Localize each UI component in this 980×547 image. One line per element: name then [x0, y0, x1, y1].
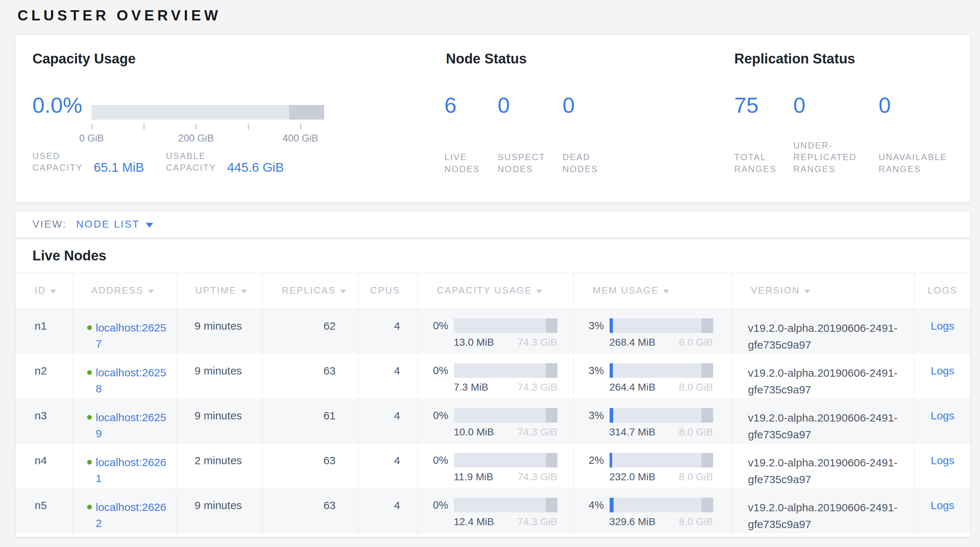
- table-row: n1 localhost:26257 9 minutes 62 4 0% 13.…: [16, 309, 970, 354]
- cluster-summary-card: Capacity Usage 0.0% 0 GiB 200 GiB 400 Gi…: [15, 35, 970, 202]
- capacity-used-value: 13.0 MiB: [454, 337, 495, 348]
- view-label: VIEW:: [32, 218, 67, 230]
- mem-usage-bar: [609, 318, 713, 333]
- axis-tick: [92, 124, 92, 129]
- capacity-used-value: 11.9 MiB: [454, 471, 493, 483]
- capacity-bar-reserved-segment: [289, 105, 324, 119]
- table-body: n1 localhost:26257 9 minutes 62 4 0% 13.…: [16, 309, 970, 537]
- capacity-bar-reserved-segment: [546, 318, 557, 333]
- capacity-max-value: 74.3 GiB: [518, 471, 557, 483]
- column-header-version[interactable]: VERSION: [732, 272, 914, 309]
- table-row: n3 localhost:26259 9 minutes 61 4 0% 10.…: [16, 399, 970, 444]
- column-header-id[interactable]: ID: [16, 272, 72, 309]
- logs-link[interactable]: Logs: [931, 454, 955, 466]
- node-id: n1: [16, 309, 72, 354]
- mem-max-value: 8.0 GiB: [679, 516, 713, 528]
- logs-link[interactable]: Logs: [931, 410, 955, 421]
- mem-usage-fill: [609, 498, 614, 512]
- replication-status-title: Replication Status: [734, 51, 855, 67]
- capacity-usage-bar: [454, 453, 557, 467]
- capacity-usage-percent: 0%: [418, 498, 454, 528]
- capacity-used-value: 12.4 MiB: [454, 516, 495, 528]
- logs-link[interactable]: Logs: [931, 320, 955, 332]
- column-header-capacity-usage[interactable]: CAPACITY USAGE: [418, 272, 573, 309]
- live-status-dot-icon: [87, 505, 92, 509]
- node-address-link[interactable]: localhost:26262: [96, 499, 171, 531]
- node-cpus: 4: [358, 444, 418, 488]
- node-cpus: 4: [358, 354, 418, 399]
- mem-usage-meter: 4% 329.6 MiB 8.0 GiB: [574, 498, 732, 528]
- column-header-mem-usage[interactable]: MEM USAGE: [573, 272, 732, 309]
- total-ranges-label: TOTAL RANGES: [734, 151, 775, 175]
- node-cpus: 4: [358, 309, 418, 354]
- logs-link[interactable]: Logs: [931, 499, 955, 511]
- unavailable-ranges-label: UNAVAILABLE RANGES: [879, 151, 953, 175]
- mem-usage-meter: 3% 264.4 MiB 8.0 GiB: [574, 363, 732, 393]
- mem-bar-reserved-segment: [702, 363, 713, 378]
- table-row: n2 localhost:26258 9 minutes 63 4 0% 7.3…: [16, 354, 970, 399]
- live-nodes-title: Live Nodes: [16, 239, 970, 272]
- node-address-link[interactable]: localhost:26259: [96, 410, 171, 442]
- mem-used-value: 268.4 MiB: [609, 337, 655, 348]
- chevron-down-icon: [146, 223, 153, 227]
- capacity-bar-reserved-segment: [546, 453, 557, 467]
- node-address-link[interactable]: localhost:26258: [96, 365, 171, 397]
- live-nodes-stat: 6 LIVE NODES: [444, 93, 479, 175]
- mem-max-value: 8.0 GiB: [679, 382, 713, 393]
- node-uptime: 9 minutes: [176, 399, 262, 444]
- axis-tick-label: 200 GiB: [178, 133, 214, 144]
- node-uptime: 9 minutes: [176, 354, 262, 399]
- mem-max-value: 8.0 GiB: [679, 471, 713, 483]
- unavailable-ranges-stat: 0 UNAVAILABLE RANGES: [879, 93, 953, 175]
- mem-max-value: 8.0 GiB: [679, 426, 713, 438]
- column-header-address[interactable]: ADDRESS: [72, 272, 176, 309]
- mem-bar-reserved-segment: [702, 498, 713, 512]
- capacity-usage-meter: 0% 13.0 MiB 74.3 GiB: [418, 318, 573, 348]
- node-address-link[interactable]: localhost:26261: [96, 454, 171, 487]
- node-version: v19.2.0-alpha.20190606-2491-gfe735c9a97: [732, 354, 914, 399]
- under-replicated-ranges-label: UNDER-REPLICATED RANGES: [793, 140, 861, 175]
- live-nodes-card: Live Nodes ID ADDRESS UPTIME REPLICAS CP…: [15, 239, 970, 537]
- suspect-nodes-stat: 0 SUSPECT NODES: [498, 93, 544, 175]
- mem-usage-percent: 2%: [574, 453, 609, 483]
- capacity-bar: [92, 105, 324, 119]
- node-status-title: Node Status: [446, 51, 527, 67]
- capacity-usage-bar: [454, 318, 557, 333]
- capacity-usage-meter: 0% 7.3 MiB 74.3 GiB: [418, 363, 573, 393]
- view-bar: VIEW: NODE LIST: [15, 211, 970, 238]
- capacity-max-value: 74.3 GiB: [518, 337, 557, 348]
- column-header-uptime[interactable]: UPTIME: [176, 272, 262, 309]
- mem-usage-bar: [609, 453, 713, 467]
- mem-usage-percent: 3%: [574, 363, 609, 393]
- sort-descending-icon: [536, 289, 542, 294]
- mem-max-value: 8.0 GiB: [679, 337, 713, 348]
- sort-descending-icon: [340, 289, 346, 294]
- node-address-link[interactable]: localhost:26257: [96, 320, 171, 352]
- column-header-replicas[interactable]: REPLICAS: [262, 272, 358, 309]
- node-cpus: 4: [358, 488, 418, 533]
- live-nodes-table: ID ADDRESS UPTIME REPLICAS CPUS CAPACITY…: [16, 272, 970, 537]
- dead-nodes-label: DEAD NODES: [563, 151, 605, 175]
- live-status-dot-icon: [87, 415, 92, 420]
- unavailable-ranges-value: 0: [879, 93, 953, 118]
- mem-used-value: 232.0 MiB: [609, 471, 655, 483]
- live-status-dot-icon: [87, 325, 92, 330]
- axis-tick-label: 400 GiB: [283, 133, 318, 144]
- sort-descending-icon: [241, 289, 247, 294]
- mem-usage-meter: 3% 268.4 MiB 8.0 GiB: [574, 318, 732, 348]
- node-uptime: 9 minutes: [176, 309, 262, 354]
- axis-tick-label: 0 GiB: [79, 133, 104, 144]
- table-row: n5 localhost:26262 9 minutes 63 4 0% 12.…: [16, 488, 970, 533]
- capacity-usage-percent: 0%: [418, 408, 454, 438]
- column-header-logs: LOGS: [914, 272, 970, 309]
- total-ranges-stat: 75 TOTAL RANGES: [734, 93, 775, 175]
- node-version: v19.2.0-alpha.20190606-2491-gfe735c9a97: [732, 444, 914, 488]
- table-row: n4 localhost:26261 2 minutes 63 4 0% 11.…: [16, 444, 970, 488]
- node-replicas: 61: [262, 399, 358, 444]
- mem-bar-reserved-segment: [702, 318, 713, 333]
- view-selector-dropdown[interactable]: NODE LIST: [76, 218, 153, 230]
- usable-capacity-stat: USABLE CAPACITY 445.6 GiB: [166, 150, 284, 173]
- live-status-dot-icon: [87, 460, 92, 464]
- live-nodes-label: LIVE NODES: [444, 151, 479, 175]
- logs-link[interactable]: Logs: [931, 365, 955, 377]
